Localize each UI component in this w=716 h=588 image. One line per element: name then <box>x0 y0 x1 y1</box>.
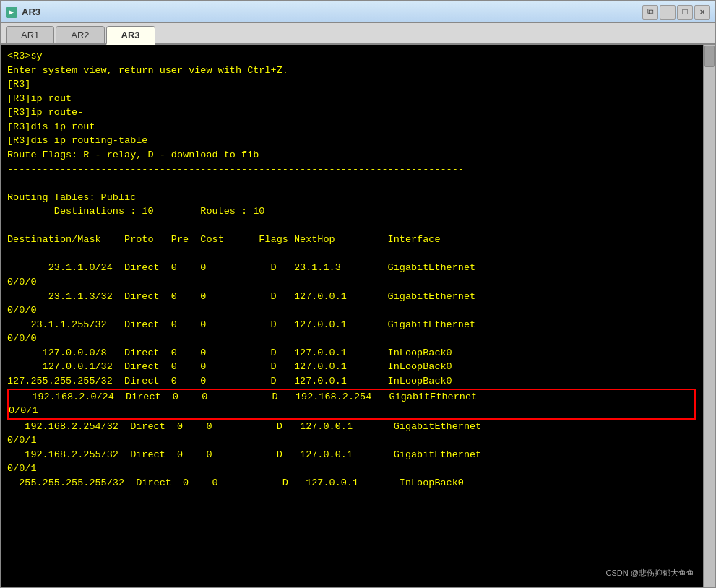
window-title: AR3 <box>22 7 40 17</box>
scrollbar-thumb[interactable] <box>704 46 715 67</box>
terminal-content: <R3>sy Enter system view, return user vi… <box>7 49 709 582</box>
main-window: ▶ AR3 ⧉ ─ □ ✕ AR1 AR2 AR3 <R3>sy Enter s… <box>0 0 716 588</box>
tab-ar3[interactable]: AR3 <box>106 26 155 45</box>
close-button[interactable]: ✕ <box>694 5 710 20</box>
title-bar-left: ▶ AR3 <box>6 7 40 18</box>
tab-ar1[interactable]: AR1 <box>6 26 54 43</box>
terminal-output: <R3>sy Enter system view, return user vi… <box>7 49 709 490</box>
window-controls: ⧉ ─ □ ✕ <box>642 5 710 20</box>
terminal[interactable]: <R3>sy Enter system view, return user vi… <box>1 45 715 587</box>
restore-button[interactable]: ⧉ <box>642 5 658 20</box>
watermark: CSDN @悲伤抑郁大鱼鱼 <box>606 568 694 579</box>
title-bar: ▶ AR3 ⧉ ─ □ ✕ <box>1 1 715 23</box>
app-icon: ▶ <box>6 7 17 18</box>
minimize-button[interactable]: ─ <box>660 5 676 20</box>
highlighted-route-row: 192.168.2.0/24 Direct 0 0 D 192.168.2.25… <box>7 389 696 420</box>
tab-bar: AR1 AR2 AR3 <box>1 23 715 45</box>
tab-ar2[interactable]: AR2 <box>56 26 104 43</box>
maximize-button[interactable]: □ <box>677 5 693 20</box>
scrollbar[interactable] <box>703 45 715 587</box>
